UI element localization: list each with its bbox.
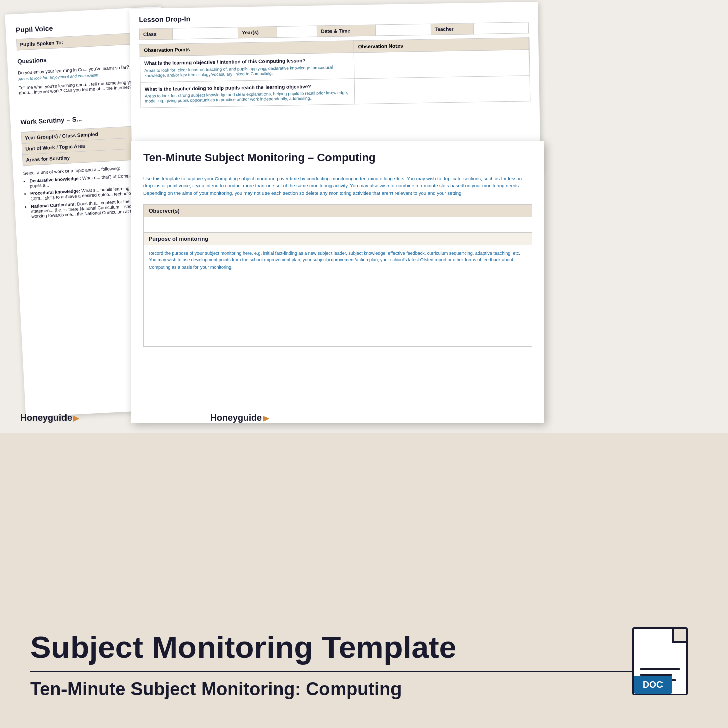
class-header: Class [139,28,173,40]
observers-box: Observer(s) [143,204,532,233]
banner-subtitle: Ten-Minute Subject Monitoring: Computing [30,678,632,700]
logo-1-text: Honeyguide [20,413,72,423]
lesson-dropin-title: Lesson Drop-In [129,2,538,24]
logo-2-arrow: ▶ [263,413,269,423]
obs-q2-areas: Areas to look for: strong subject knowle… [145,90,350,103]
pupils-spoken-label: Pupils Spoken To: [16,33,137,50]
doc-front: Ten-Minute Subject Monitoring – Computin… [131,141,544,423]
years-header: Year(s) [238,26,277,38]
purpose-body: Record the purpose of your subject monit… [144,245,532,346]
logo-2: Honeyguide▶ [210,413,269,423]
bullet-1-term: Declarative knowledge [29,176,78,183]
obs-q1-cell: What is the learning objective / intenti… [140,53,354,82]
logo-2-text: Honeyguide [210,413,262,423]
documents-area: Pupil Voice Pupils Spoken To: Questions … [0,0,728,433]
date-value [375,24,431,36]
teacher-header: Teacher [431,23,473,35]
date-header: Date & Time [317,25,376,37]
obs-q1-areas: Areas to look for: clear focus on teachi… [144,64,350,78]
banner-text-area: Subject Monitoring Template Ten-Minute S… [30,630,632,699]
front-doc-description: Use this template to capture your Comput… [131,170,544,204]
purpose-section: Purpose of monitoring Record the purpose… [143,233,532,347]
bottom-banner: Subject Monitoring Template Ten-Minute S… [0,602,728,728]
banner-divider [30,671,632,672]
doc-icon-paper: DOC [632,627,688,695]
observers-header: Observer(s) [144,205,532,217]
logo-1: Honeyguide▶ [20,413,79,423]
years-value [277,26,317,37]
obs-q2-notes [354,76,530,104]
doc-icon: DOC [632,627,698,703]
front-doc-title: Ten-Minute Subject Monitoring – Computin… [131,141,544,170]
doc-icon-line-1 [640,668,680,670]
obs-q2-cell: What is the teacher doing to help pupils… [140,79,355,108]
doc-icon-corner [672,629,686,643]
purpose-header: Purpose of monitoring [144,233,532,245]
obs-q1-notes [354,50,530,79]
observers-value [144,217,532,232]
banner-main-title: Subject Monitoring Template [30,630,632,665]
doc-badge-text: DOC [643,680,663,690]
doc-badge: DOC [634,676,672,694]
logos-row: Honeyguide▶ Honeyguide▶ [0,413,728,423]
class-value [173,27,238,39]
teacher-value [473,22,528,34]
logo-1-arrow: ▶ [73,413,79,423]
